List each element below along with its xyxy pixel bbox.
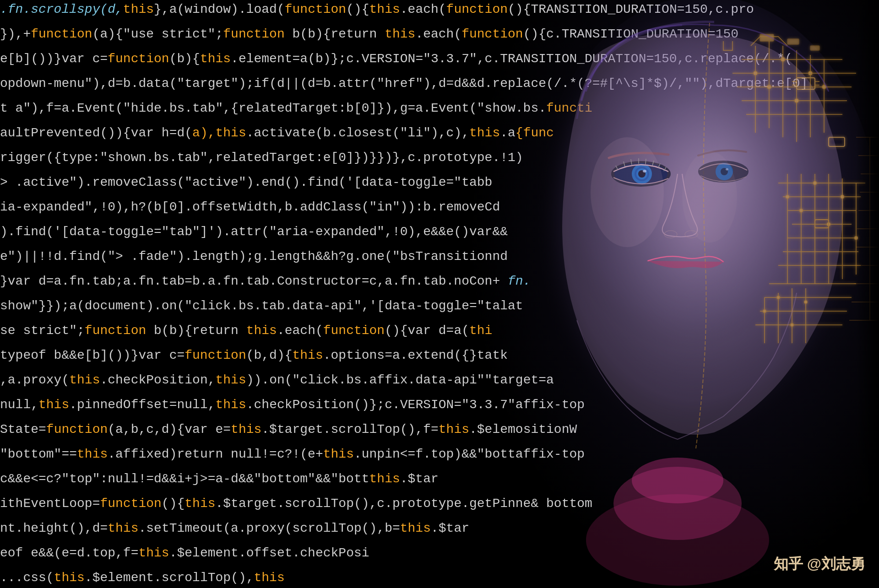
- svg-rect-50: [787, 39, 799, 44]
- svg-point-48: [804, 301, 807, 303]
- svg-point-35: [841, 195, 844, 199]
- svg-point-47: [791, 324, 793, 326]
- svg-point-97: [591, 137, 664, 247]
- watermark-text: 知乎 @刘志勇: [774, 556, 865, 572]
- svg-point-98: [682, 151, 737, 243]
- face-svg: [467, 0, 879, 588]
- ai-face-overlay: [467, 0, 879, 588]
- svg-point-16: [808, 71, 812, 75]
- svg-point-83: [586, 494, 769, 586]
- svg-rect-51: [810, 46, 819, 50]
- svg-point-14: [781, 58, 785, 61]
- watermark: 知乎 @刘志勇: [774, 554, 865, 574]
- right-fade: [856, 0, 879, 588]
